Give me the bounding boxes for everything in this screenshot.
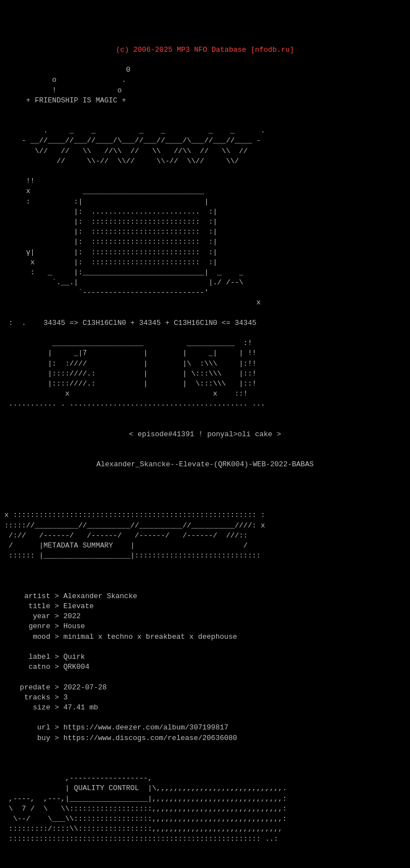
copyright-header: (c) 2006-2025 MP3 NFO Database [nfodb.ru… bbox=[0, 45, 410, 55]
metadata-block: artist > Alexander Skancke title > Eleva… bbox=[0, 581, 410, 743]
catno-value: QRK004 bbox=[64, 663, 90, 671]
year-value: 2022 bbox=[64, 612, 81, 620]
metadata-art: x ::::::::::::::::::::::::::::::::::::::… bbox=[0, 490, 410, 561]
predate-value: 2022-07-28 bbox=[64, 683, 107, 692]
mood-value: minimal x techno x breakbeat x deephouse bbox=[64, 633, 237, 641]
genre-value: House bbox=[64, 622, 85, 630]
top-ascii-art: 0 o . ! o + FRIENDSHIP IS MAGIC + . _ _ … bbox=[0, 65, 410, 409]
label-value: Quirk bbox=[64, 653, 85, 661]
size-value: 47.41 mb bbox=[64, 703, 98, 712]
buy-value[interactable]: https://www.discogs.com/release/20636080 bbox=[64, 734, 237, 742]
quality-block: codec > MP3 MPEG 1 layer 3 encoder > Lam… bbox=[0, 865, 410, 868]
tracks-value: 3 bbox=[64, 693, 68, 702]
release-name: Alexander_Skancke--Elevate-(QRK004)-WEB-… bbox=[0, 450, 410, 470]
artist-value: Alexander Skancke bbox=[64, 592, 138, 600]
episode-line: < episode#41391 ! ponyal>oli cake > bbox=[0, 420, 410, 440]
title-value: Elevate bbox=[64, 602, 94, 610]
url-value[interactable]: https://www.deezer.com/album/307199817 bbox=[64, 723, 228, 732]
quality-control-art: ,------------------, | QUALITY CONTROL |… bbox=[0, 763, 410, 845]
